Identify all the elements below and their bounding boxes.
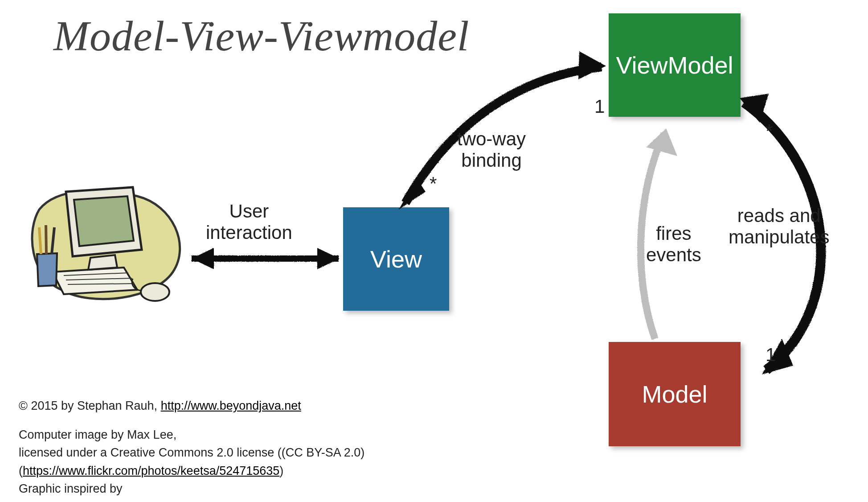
node-viewmodel: ViewModel <box>609 13 741 117</box>
node-view: View <box>343 207 449 311</box>
credits-flickr-suffix: ) <box>279 464 283 477</box>
label-two-way-binding: two-way binding <box>457 128 526 172</box>
node-model-label: Model <box>642 380 707 408</box>
page-title: Model-View-Viewmodel <box>53 11 469 61</box>
node-model: Model <box>609 342 741 446</box>
svg-marker-10 <box>399 178 426 210</box>
svg-point-6 <box>141 283 169 301</box>
svg-line-4 <box>46 225 46 254</box>
svg-marker-14 <box>646 128 677 156</box>
multiplicity-model-one: 1 <box>766 344 776 366</box>
diagram-stage: Model-View-Viewmodel V <box>0 0 868 502</box>
credits-img-author: Computer image by Max Lee, <box>19 426 535 444</box>
label-reads-manipulates: reads and manipulates <box>729 205 829 248</box>
multiplicity-viewmodel-star: * <box>766 120 773 142</box>
svg-marker-11 <box>578 51 606 79</box>
credits-inspired-link[interactable]: http://joel.inpointform.net/software-dev… <box>19 500 535 502</box>
label-user-interaction: User interaction <box>206 201 292 244</box>
svg-marker-9 <box>317 248 340 269</box>
svg-marker-8 <box>192 248 214 269</box>
credits-flickr-link[interactable]: https://www.flickr.com/photos/keetsa/524… <box>23 464 279 477</box>
credits-block: © 2015 by Stephan Rauh, http://www.beyon… <box>19 397 535 502</box>
credits-site-link[interactable]: http://www.beyondjava.net <box>161 399 301 412</box>
credits-flickr-prefix: ( <box>19 464 23 477</box>
node-viewmodel-label: ViewModel <box>616 51 733 79</box>
multiplicity-view-star: * <box>430 173 437 194</box>
multiplicity-viewmodel-one: 1 <box>594 96 605 117</box>
arrow-user-view <box>192 248 340 269</box>
credits-license: licensed under a Creative Commons 2.0 li… <box>19 444 535 462</box>
svg-line-3 <box>39 227 41 254</box>
computer-icon <box>21 178 186 308</box>
credits-copyright: © 2015 by Stephan Rauh, <box>19 399 161 412</box>
svg-marker-12 <box>740 94 769 123</box>
label-fires-events: fires events <box>646 223 701 266</box>
node-view-label: View <box>370 245 422 273</box>
credits-inspired: Graphic inspired by <box>19 480 535 498</box>
